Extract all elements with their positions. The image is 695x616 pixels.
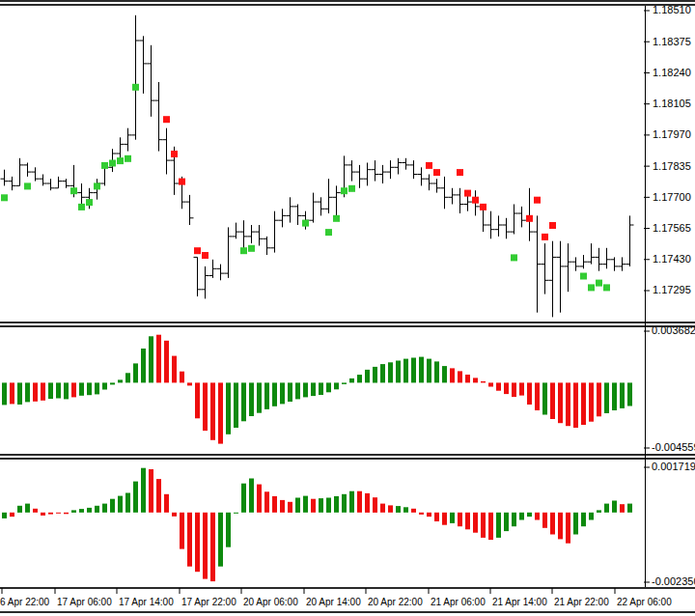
histogram-bar [10, 382, 14, 404]
histogram-bar [2, 382, 7, 405]
histogram-bar [257, 382, 262, 412]
time-axis-label: 20 Apr 14:00 [306, 597, 361, 607]
histogram-bar [249, 479, 254, 513]
histogram-bar [589, 513, 594, 520]
histogram-bar [550, 382, 555, 419]
histogram-bar [172, 513, 177, 517]
histogram-bar [411, 509, 416, 513]
chart-canvas[interactable]: 1.185101.183751.182401.181051.179701.178… [0, 0, 695, 616]
oscillator-1-bars [2, 335, 632, 444]
histogram-bar [535, 513, 540, 520]
histogram-bar [218, 382, 223, 443]
histogram-bar [481, 381, 486, 383]
histogram-bar [156, 479, 161, 513]
up-signal-square-icon [101, 162, 108, 169]
histogram-bar [71, 382, 76, 397]
histogram-bar [396, 506, 401, 513]
time-axis-label: 22 Apr 06:00 [617, 597, 672, 607]
histogram-bar [458, 513, 462, 526]
histogram-bar [295, 382, 300, 399]
histogram-bar [566, 513, 570, 544]
down-signal-square-icon [202, 252, 208, 259]
histogram-bar [550, 513, 555, 535]
down-signal-square-icon [472, 197, 479, 204]
price-axis-label: 1.18105 [653, 98, 691, 109]
price-axis-label: 1.18510 [653, 4, 691, 15]
histogram-bar [542, 382, 547, 414]
up-signal-square-icon [1, 194, 8, 201]
histogram-bar [573, 513, 578, 535]
up-signal-square-icon [125, 155, 131, 162]
histogram-bar [481, 513, 486, 538]
time-axis-label: 21 Apr 06:00 [431, 597, 486, 607]
oscillator-1-axis: 0.003682-0.004559 [644, 324, 695, 453]
histogram-bar [465, 513, 470, 530]
down-signal-square-icon [464, 190, 471, 197]
up-signal-square-icon [580, 273, 587, 280]
histogram-bar [612, 501, 617, 513]
time-axis: 6 Apr 22:0017 Apr 06:0017 Apr 14:0017 Ap… [0, 588, 672, 607]
histogram-bar [334, 382, 339, 389]
histogram-bar [627, 382, 632, 406]
time-axis-label: 6 Apr 22:00 [0, 597, 50, 607]
histogram-bar [79, 382, 84, 395]
histogram-bar [48, 382, 53, 399]
trading-chart-window: 1.185101.183751.182401.181051.179701.178… [0, 0, 695, 616]
price-axis-label: 1.18240 [653, 67, 691, 78]
histogram-bar [604, 382, 609, 413]
up-signal-square-icon [588, 284, 595, 291]
up-signal-square-icon [240, 247, 247, 254]
histogram-bar [180, 372, 184, 383]
histogram-bar [141, 468, 146, 513]
histogram-bar [527, 382, 532, 405]
histogram-bar [195, 513, 200, 572]
histogram-bar [527, 513, 532, 517]
histogram-bar [149, 469, 153, 513]
histogram-bar [87, 508, 92, 513]
histogram-bar [419, 513, 424, 515]
time-axis-label: 17 Apr 06:00 [57, 597, 112, 607]
up-signal-square-icon [333, 215, 340, 222]
histogram-bar [25, 382, 30, 402]
histogram-bar [373, 367, 377, 383]
histogram-bar [388, 505, 393, 512]
histogram-bar [434, 513, 439, 521]
histogram-bar [41, 382, 45, 400]
histogram-bar [542, 513, 547, 528]
histogram-bar [141, 349, 146, 382]
time-axis-label: 17 Apr 22:00 [181, 597, 236, 607]
histogram-bar [334, 496, 339, 513]
histogram-bar [612, 382, 617, 410]
histogram-bar [133, 482, 138, 513]
histogram-bar [450, 368, 455, 382]
histogram-bar [17, 506, 22, 513]
histogram-bar [48, 513, 53, 515]
histogram-bar [473, 378, 478, 382]
down-signal-square-icon [171, 151, 178, 157]
down-signal-square-icon [549, 222, 556, 229]
histogram-bar [620, 382, 625, 408]
histogram-bar [210, 513, 215, 581]
histogram-bar [125, 373, 130, 382]
histogram-bar [226, 382, 231, 434]
histogram-bar [349, 378, 354, 383]
histogram-bar [558, 513, 563, 540]
histogram-bar [488, 513, 493, 540]
histogram-bar [326, 382, 331, 392]
up-signal-square-icon [603, 284, 610, 291]
time-axis-label: 21 Apr 14:00 [492, 597, 547, 607]
histogram-bar [133, 363, 138, 382]
histogram-bar [17, 382, 22, 405]
up-signal-square-icon [132, 84, 139, 91]
price-axis-label: 1.17430 [653, 253, 691, 265]
histogram-bar [280, 382, 285, 404]
down-signal-square-icon [480, 204, 486, 210]
histogram-bar [64, 513, 69, 515]
up-signal-square-icon [511, 254, 517, 261]
histogram-bar [573, 382, 578, 428]
histogram-bar [303, 496, 308, 513]
histogram-bar [187, 513, 192, 567]
histogram-bar [234, 513, 238, 514]
ohlc-bars [1, 15, 634, 318]
up-signal-square-icon [117, 157, 124, 164]
